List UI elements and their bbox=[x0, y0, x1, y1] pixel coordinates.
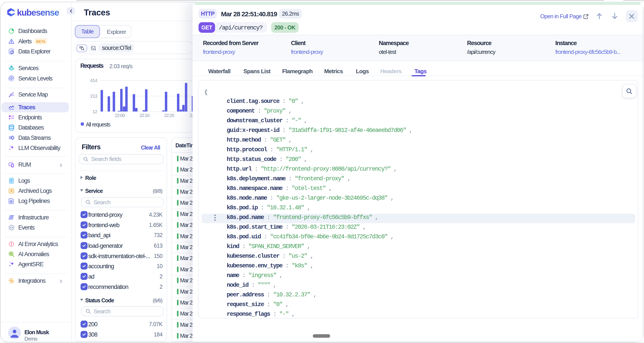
svg-text:K8: K8 bbox=[10, 227, 13, 229]
